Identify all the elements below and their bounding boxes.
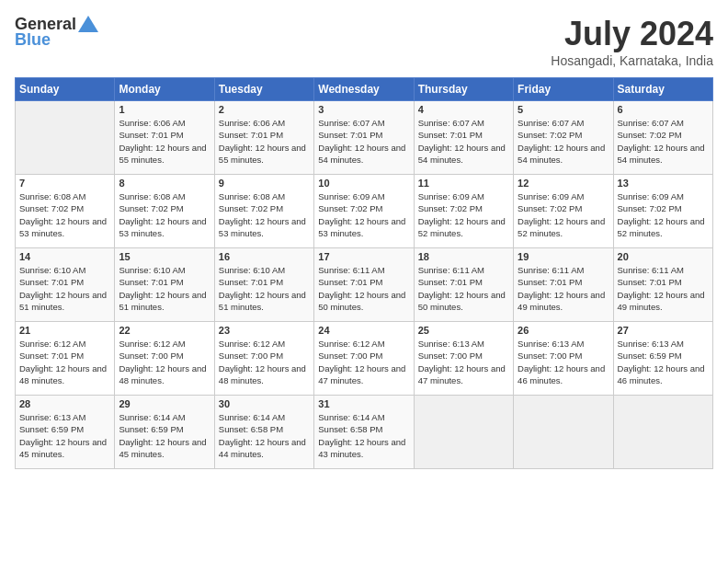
- cell-content: Sunrise: 6:09 AMSunset: 7:02 PMDaylight:…: [418, 190, 509, 239]
- cell-content: Sunrise: 6:12 AMSunset: 7:01 PMDaylight:…: [19, 338, 110, 386]
- day-number: 21: [19, 325, 110, 336]
- cell-content: Sunrise: 6:07 AMSunset: 7:01 PMDaylight:…: [418, 117, 509, 166]
- table-row: 14Sunrise: 6:10 AMSunset: 7:01 PMDayligh…: [16, 248, 115, 322]
- cell-content: Sunrise: 6:14 AMSunset: 6:58 PMDaylight:…: [318, 411, 409, 460]
- calendar-week-row: 7Sunrise: 6:08 AMSunset: 7:02 PMDaylight…: [16, 175, 713, 248]
- day-number: 31: [318, 398, 409, 409]
- day-number: 25: [418, 325, 509, 336]
- day-number: 17: [318, 251, 409, 262]
- cell-content: Sunrise: 6:07 AMSunset: 7:02 PMDaylight:…: [618, 117, 709, 166]
- header-tuesday: Tuesday: [214, 78, 313, 101]
- cell-content: Sunrise: 6:11 AMSunset: 7:01 PMDaylight:…: [518, 264, 609, 313]
- cell-content: Sunrise: 6:14 AMSunset: 6:59 PMDaylight:…: [119, 411, 210, 460]
- table-row: 28Sunrise: 6:13 AMSunset: 6:59 PMDayligh…: [16, 396, 115, 469]
- day-number: 14: [19, 251, 110, 262]
- cell-content: Sunrise: 6:11 AMSunset: 7:01 PMDaylight:…: [418, 264, 509, 313]
- table-row: 27Sunrise: 6:13 AMSunset: 6:59 PMDayligh…: [613, 322, 712, 396]
- cell-content: Sunrise: 6:08 AMSunset: 7:02 PMDaylight:…: [19, 190, 110, 239]
- calendar-week-row: 1Sunrise: 6:06 AMSunset: 7:01 PMDaylight…: [16, 101, 713, 175]
- cell-content: Sunrise: 6:10 AMSunset: 7:01 PMDaylight:…: [219, 264, 310, 313]
- table-row: 15Sunrise: 6:10 AMSunset: 7:01 PMDayligh…: [115, 248, 214, 322]
- day-number: 26: [518, 325, 609, 336]
- table-row: 21Sunrise: 6:12 AMSunset: 7:01 PMDayligh…: [16, 322, 115, 396]
- day-number: 10: [318, 178, 409, 189]
- day-number: 8: [119, 178, 210, 189]
- header-wednesday: Wednesday: [314, 78, 414, 101]
- cell-content: Sunrise: 6:09 AMSunset: 7:02 PMDaylight:…: [318, 190, 409, 239]
- table-row: [414, 396, 513, 469]
- day-number: 2: [219, 104, 310, 115]
- day-number: 29: [119, 398, 210, 409]
- table-row: 3Sunrise: 6:07 AMSunset: 7:01 PMDaylight…: [314, 101, 414, 175]
- table-row: 20Sunrise: 6:11 AMSunset: 7:01 PMDayligh…: [613, 248, 712, 322]
- cell-content: Sunrise: 6:11 AMSunset: 7:01 PMDaylight:…: [318, 264, 409, 313]
- table-row: 13Sunrise: 6:09 AMSunset: 7:02 PMDayligh…: [613, 175, 712, 248]
- table-row: 11Sunrise: 6:09 AMSunset: 7:02 PMDayligh…: [414, 175, 513, 248]
- location: Hosangadi, Karnataka, India: [551, 53, 713, 68]
- day-number: 13: [618, 178, 709, 189]
- cell-content: Sunrise: 6:12 AMSunset: 7:00 PMDaylight:…: [318, 338, 409, 386]
- day-number: 11: [418, 178, 509, 189]
- table-row: 23Sunrise: 6:12 AMSunset: 7:00 PMDayligh…: [214, 322, 313, 396]
- day-number: 22: [119, 325, 210, 336]
- cell-content: Sunrise: 6:08 AMSunset: 7:02 PMDaylight:…: [119, 190, 210, 239]
- table-row: 24Sunrise: 6:12 AMSunset: 7:00 PMDayligh…: [314, 322, 414, 396]
- cell-content: Sunrise: 6:07 AMSunset: 7:01 PMDaylight:…: [318, 117, 409, 166]
- table-row: [514, 396, 613, 469]
- table-row: [613, 396, 712, 469]
- cell-content: Sunrise: 6:13 AMSunset: 7:00 PMDaylight:…: [418, 338, 509, 386]
- month-title: July 2024: [551, 15, 713, 53]
- header-thursday: Thursday: [414, 78, 513, 101]
- cell-content: Sunrise: 6:13 AMSunset: 6:59 PMDaylight:…: [618, 338, 709, 386]
- cell-content: Sunrise: 6:09 AMSunset: 7:02 PMDaylight:…: [618, 190, 709, 239]
- title-area: July 2024 Hosangadi, Karnataka, India: [551, 15, 713, 68]
- day-number: 4: [418, 104, 509, 115]
- day-number: 5: [518, 104, 609, 115]
- table-row: 22Sunrise: 6:12 AMSunset: 7:00 PMDayligh…: [115, 322, 214, 396]
- day-number: 19: [518, 251, 609, 262]
- calendar-week-row: 28Sunrise: 6:13 AMSunset: 6:59 PMDayligh…: [16, 396, 713, 469]
- table-row: 19Sunrise: 6:11 AMSunset: 7:01 PMDayligh…: [514, 248, 613, 322]
- cell-content: Sunrise: 6:06 AMSunset: 7:01 PMDaylight:…: [119, 117, 210, 166]
- table-row: 5Sunrise: 6:07 AMSunset: 7:02 PMDaylight…: [514, 101, 613, 175]
- cell-content: Sunrise: 6:06 AMSunset: 7:01 PMDaylight:…: [219, 117, 310, 166]
- header-friday: Friday: [514, 78, 613, 101]
- table-row: 30Sunrise: 6:14 AMSunset: 6:58 PMDayligh…: [214, 396, 313, 469]
- header-monday: Monday: [115, 78, 214, 101]
- cell-content: Sunrise: 6:12 AMSunset: 7:00 PMDaylight:…: [119, 338, 210, 386]
- calendar-week-row: 14Sunrise: 6:10 AMSunset: 7:01 PMDayligh…: [16, 248, 713, 322]
- logo-icon: [78, 16, 98, 32]
- day-number: 3: [318, 104, 409, 115]
- cell-content: Sunrise: 6:10 AMSunset: 7:01 PMDaylight:…: [19, 264, 110, 313]
- table-row: 18Sunrise: 6:11 AMSunset: 7:01 PMDayligh…: [414, 248, 513, 322]
- table-row: 26Sunrise: 6:13 AMSunset: 7:00 PMDayligh…: [514, 322, 613, 396]
- day-number: 15: [119, 251, 210, 262]
- cell-content: Sunrise: 6:13 AMSunset: 7:00 PMDaylight:…: [518, 338, 609, 386]
- table-row: 1Sunrise: 6:06 AMSunset: 7:01 PMDaylight…: [115, 101, 214, 175]
- table-row: 10Sunrise: 6:09 AMSunset: 7:02 PMDayligh…: [314, 175, 414, 248]
- cell-content: Sunrise: 6:08 AMSunset: 7:02 PMDaylight:…: [219, 190, 310, 239]
- table-row: 17Sunrise: 6:11 AMSunset: 7:01 PMDayligh…: [314, 248, 414, 322]
- calendar-container: General Blue July 2024 Hosangadi, Karnat…: [0, 0, 728, 477]
- table-row: 31Sunrise: 6:14 AMSunset: 6:58 PMDayligh…: [314, 396, 414, 469]
- header-saturday: Saturday: [613, 78, 712, 101]
- table-row: 12Sunrise: 6:09 AMSunset: 7:02 PMDayligh…: [514, 175, 613, 248]
- day-number: 9: [219, 178, 310, 189]
- cell-content: Sunrise: 6:12 AMSunset: 7:00 PMDaylight:…: [219, 338, 310, 386]
- day-number: 28: [19, 398, 110, 409]
- cell-content: Sunrise: 6:09 AMSunset: 7:02 PMDaylight:…: [518, 190, 609, 239]
- logo: General Blue: [15, 15, 98, 50]
- day-number: 1: [119, 104, 210, 115]
- cell-content: Sunrise: 6:10 AMSunset: 7:01 PMDaylight:…: [119, 264, 210, 313]
- table-row: 8Sunrise: 6:08 AMSunset: 7:02 PMDaylight…: [115, 175, 214, 248]
- cell-content: Sunrise: 6:14 AMSunset: 6:58 PMDaylight:…: [219, 411, 310, 460]
- table-row: 29Sunrise: 6:14 AMSunset: 6:59 PMDayligh…: [115, 396, 214, 469]
- svg-marker-0: [78, 16, 98, 32]
- cell-content: Sunrise: 6:07 AMSunset: 7:02 PMDaylight:…: [518, 117, 609, 166]
- cell-content: Sunrise: 6:11 AMSunset: 7:01 PMDaylight:…: [618, 264, 709, 313]
- table-row: [16, 101, 115, 175]
- table-row: 25Sunrise: 6:13 AMSunset: 7:00 PMDayligh…: [414, 322, 513, 396]
- table-row: 4Sunrise: 6:07 AMSunset: 7:01 PMDaylight…: [414, 101, 513, 175]
- day-number: 18: [418, 251, 509, 262]
- table-row: 16Sunrise: 6:10 AMSunset: 7:01 PMDayligh…: [214, 248, 313, 322]
